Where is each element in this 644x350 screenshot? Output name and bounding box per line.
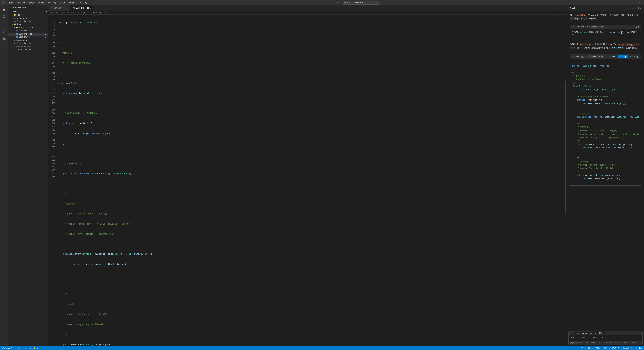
nav-forward[interactable]: → <box>340 1 341 4</box>
followup-file-tag[interactable]: TS EventMgr.ts Current File ✕ <box>572 332 605 335</box>
no-context-hint: alt+# no context <box>599 342 617 344</box>
breadcrumb-scripts[interactable]: Scripts <box>67 11 76 14</box>
gameentry-badge: U <box>44 42 47 44</box>
breadcrumb-managers[interactable]: Managers <box>78 11 88 14</box>
error-icon-1[interactable]: ↺ <box>636 26 637 28</box>
status-info[interactable]: ℹ 0 <box>28 347 31 349</box>
activity-explorer[interactable] <box>1 6 7 12</box>
error-type-function: Function <box>577 31 587 34</box>
sidebar-item-mainscene[interactable]: ◈ Main.scene <box>8 16 48 20</box>
layout-icon[interactable]: ⊞ <box>630 1 631 4</box>
sidebar-item-datamgr[interactable]: TS DataMgr.ts U <box>8 29 48 32</box>
sidebar-item-tsconfigjson[interactable]: { } tsconfig.json U <box>8 48 48 51</box>
svg-point-3 <box>5 23 5 24</box>
tab-datamgr-modified: ● <box>67 7 68 9</box>
mention-button[interactable]: Mention <box>580 342 588 344</box>
status-bell[interactable]: 🔔 0 <box>33 347 38 349</box>
sidebar-item-gameentry[interactable]: TS GameEntry.ts U <box>8 42 48 45</box>
activity-extensions[interactable] <box>1 36 7 42</box>
menu-help[interactable]: 帮助(H) <box>79 1 87 4</box>
status-cursor-style[interactable]: Cursor Tab <box>631 347 642 349</box>
code-editor[interactable]: 12345 678910 1112131415 1617181920 21222… <box>48 14 564 346</box>
split-editor-icon[interactable]: ⊞ <box>552 6 555 11</box>
error-tag-close[interactable]: ✕ <box>606 26 606 28</box>
tab-datamgr[interactable]: TS DataMgr.ts ● <box>48 5 70 11</box>
logmgr-icon: TS <box>16 36 18 38</box>
chat-new-icon[interactable]: ✚ <box>632 6 633 9</box>
breadcrumb-assets[interactable]: assets <box>50 11 57 14</box>
menu-run[interactable]: 运行(R) <box>59 1 66 4</box>
status-position[interactable]: 行 49，列 43 <box>581 347 593 350</box>
ctrl-hash-hint: ctrl+# <box>624 342 631 344</box>
menu-bar: 文件(F) 编辑(E) 选择(S) 查看(V) 转到(G) 运行(R) 终端(T… <box>7 1 87 4</box>
sidebar-item-scripts[interactable]: ▼ 📁 Scripts＼Man... <box>8 26 48 29</box>
activity-search[interactable] <box>1 14 7 20</box>
breadcrumb-sep5: › <box>107 11 108 14</box>
more-actions-icon[interactable]: ··· <box>560 7 566 11</box>
status-encoding[interactable]: UTF-8 <box>604 347 610 349</box>
menu-goto[interactable]: 转到(G) <box>48 1 56 4</box>
image-button[interactable]: Image <box>590 342 595 344</box>
tab-eventmgr[interactable]: TS EventMgr.ts ✕ <box>70 5 94 11</box>
editor-scrollbar[interactable] <box>564 14 567 346</box>
chat-title: CHAT <box>569 7 575 9</box>
global-search-bar[interactable]: 🔍 c2d_framework <box>343 1 380 4</box>
highlight-datamgr: DataMgr <box>570 17 580 20</box>
open-editors-icon[interactable]: ⊡ <box>556 6 559 11</box>
assets-section-header[interactable]: ▼ assets ● <box>8 10 48 13</box>
status-line-ending[interactable]: CRLF <box>612 347 616 349</box>
chat-history-icon[interactable]: ↺ <box>635 6 636 9</box>
breadcrumb-sep1: › <box>58 11 59 14</box>
apply-button[interactable]: ✓ Apply <box>629 55 640 58</box>
status-spaces[interactable]: 空格: 4 <box>595 347 602 350</box>
tab-eventmgr-label: EventMgr.ts <box>76 7 89 9</box>
tab-eventmgr-close[interactable]: ✕ <box>90 7 92 9</box>
activity-debug[interactable] <box>1 28 7 34</box>
activity-git[interactable] <box>1 21 7 27</box>
followup-tag-close[interactable]: ✕ <box>603 332 604 334</box>
model-selector[interactable]: gpt-4o <box>570 342 578 344</box>
error-icon-2[interactable]: ⊡ <box>638 26 640 28</box>
sidebar-item-core[interactable]: ▼ 📁 Core <box>8 23 48 26</box>
minimize-button[interactable]: — <box>636 1 637 4</box>
maximize-button[interactable]: □ <box>638 1 640 4</box>
sidebar-item-eventmgr[interactable]: TS EventMgr.ts U <box>8 32 48 35</box>
logmgr-badge: U <box>44 36 47 38</box>
copy-button[interactable]: ⊡ Copy <box>618 55 628 58</box>
breadcrumb-ellipsis[interactable]: ... <box>109 11 112 14</box>
main-layout: C2D FRAMEWORK ▼ assets ● ▶ 📁 App ◈ Main.… <box>0 5 644 346</box>
menu-terminal[interactable]: 终端(T) <box>69 1 77 4</box>
close-button[interactable]: ✕ <box>641 1 642 4</box>
sidebar-item-app[interactable]: ▶ 📁 App <box>8 13 48 16</box>
menu-edit[interactable]: 编辑(E) <box>18 1 25 4</box>
breadcrumb-sep2: › <box>65 11 66 14</box>
sidebar-item-mainentry[interactable]: TS MainEntry.ts U <box>8 20 48 23</box>
sidebar-item-logmgr[interactable]: TS LogMgr.ts U <box>8 35 48 38</box>
highlight-eventmgr: EventMgr <box>576 14 586 16</box>
status-language[interactable]: TypeScript <box>618 347 629 349</box>
chat-settings-icon[interactable]: ⚙ <box>638 6 639 9</box>
breadcrumb-sep3: › <box>76 11 78 14</box>
sidebar-item-gamescene[interactable]: ◈ Game.scene <box>8 38 48 42</box>
menu-select[interactable]: 选择(S) <box>28 1 36 4</box>
menu-view[interactable]: 查看(V) <box>38 1 46 4</box>
followup-input[interactable]: Ask followup (Ctrl+Shift+Y) <box>568 335 642 341</box>
nav-back[interactable]: ← <box>337 1 338 4</box>
sidebar-item-packagejson[interactable]: { } package.json U <box>8 45 48 48</box>
menu-file[interactable]: 文件(F) <box>7 1 15 4</box>
status-branch[interactable]: ⎇ master* <box>2 347 12 349</box>
chat-close-icon[interactable]: ✕ <box>640 6 642 9</box>
breadcrumb-core[interactable]: Core <box>60 11 64 14</box>
status-warnings[interactable]: △ 0 <box>23 347 26 349</box>
status-sync[interactable]: ⟲ <box>14 347 16 349</box>
search-text: c2d_framework <box>348 1 363 4</box>
breadcrumb-eventmgr[interactable]: EventMgr.ts <box>93 11 106 14</box>
ask-button[interactable]: ↵ Ask <box>608 55 616 58</box>
code-content[interactable]: import { EventTarget } from 'cc'; /** * … <box>57 14 564 346</box>
status-errors[interactable]: ⊘ 0 <box>18 347 21 349</box>
codebase-label: codebase <box>632 342 641 344</box>
error-box-icons: ↺ ⊡ <box>636 26 640 28</box>
settings-icon[interactable]: ⚙ <box>632 1 634 4</box>
followup-file-name: EventMgr.ts <box>576 332 588 334</box>
editor-scrollbar-thumb[interactable] <box>565 81 566 214</box>
